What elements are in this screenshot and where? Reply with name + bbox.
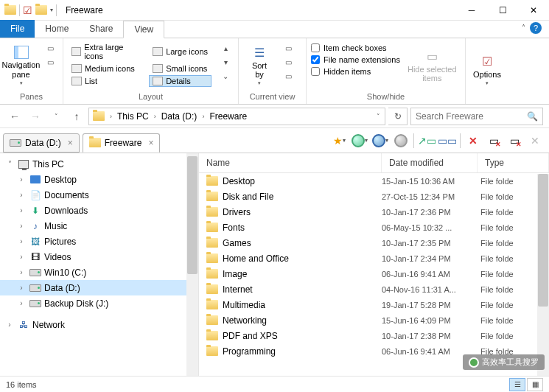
search-input[interactable]: [416, 111, 527, 122]
crumb-sep[interactable]: ›: [200, 113, 206, 120]
file-name-extensions[interactable]: File name extensions: [311, 55, 400, 65]
tree-desktop[interactable]: ›Desktop: [0, 172, 198, 187]
share-tab[interactable]: Share: [79, 20, 123, 38]
crumb-sep[interactable]: ›: [153, 113, 158, 120]
files-scrollbar[interactable]: [537, 174, 549, 376]
layout-list[interactable]: List: [68, 75, 144, 87]
file-row[interactable]: Multimedia19-Jan-17 5:28 PMFile folde: [199, 297, 549, 312]
preview-pane-button[interactable]: ▭: [42, 41, 58, 55]
scrollbar-thumb[interactable]: [187, 156, 197, 274]
globe-green-button[interactable]: ▾: [350, 131, 369, 150]
expand-icon[interactable]: ›: [16, 268, 27, 276]
tree-network[interactable]: ›🖧Network: [0, 317, 198, 332]
back-button[interactable]: ←: [6, 108, 24, 125]
navigation-pane-button[interactable]: Navigation pane ▾: [4, 41, 38, 91]
close-current-button[interactable]: ✕: [464, 131, 483, 150]
hidden-checkbox[interactable]: [311, 67, 320, 76]
tree-documents[interactable]: ›📄Documents: [0, 187, 198, 203]
qat-customize-caret[interactable]: ▾: [50, 7, 53, 13]
expand-icon[interactable]: ›: [16, 175, 27, 183]
expand-icon[interactable]: ›: [4, 321, 15, 329]
layout-medium[interactable]: Medium icons: [68, 63, 144, 74]
expand-icon[interactable]: ›: [16, 206, 27, 214]
layout-scroll-down[interactable]: ▾: [217, 55, 234, 69]
crumb-this-pc[interactable]: This PC: [115, 111, 151, 122]
file-tab[interactable]: File: [0, 20, 35, 38]
address-dropdown[interactable]: ˅: [374, 113, 383, 120]
address-bar[interactable]: › This PC › Data (D:) › Freeware ˅: [88, 108, 385, 125]
layout-details[interactable]: Details: [149, 75, 211, 87]
hidden-items[interactable]: Hidden items: [311, 66, 400, 77]
history-dropdown[interactable]: ˅: [47, 108, 65, 125]
file-row[interactable]: Drivers10-Jan-17 2:36 PMFile folde: [199, 204, 549, 220]
globe-gray-button[interactable]: [391, 131, 410, 150]
item-check-checkbox[interactable]: [311, 43, 320, 52]
tree-downloads[interactable]: ›⬇Downloads: [0, 203, 198, 218]
add-columns-button[interactable]: ▭: [280, 55, 296, 69]
close-icon[interactable]: ×: [148, 138, 153, 148]
expand-icon[interactable]: ›: [16, 222, 27, 230]
tree-music[interactable]: ›♪Music: [0, 218, 198, 234]
item-check-boxes[interactable]: Item check boxes: [311, 43, 400, 53]
globe-blue-button[interactable]: ▾: [371, 131, 390, 150]
tree-backup[interactable]: ›Backup Disk (J:): [0, 295, 198, 311]
bookmark-button[interactable]: ★▾: [329, 131, 349, 150]
crumb-data-d[interactable]: Data (D:): [159, 111, 200, 122]
details-pane-button[interactable]: ▭: [42, 55, 58, 69]
layout-expand[interactable]: ⌄: [217, 69, 234, 83]
layout-small[interactable]: Small icons: [149, 63, 211, 74]
qat-newfolder-icon[interactable]: [35, 5, 47, 15]
file-row[interactable]: Image06-Jun-16 9:41 AMFile folde: [199, 266, 549, 281]
details-view-button[interactable]: ☰: [509, 378, 525, 391]
thumbnails-view-button[interactable]: ▦: [527, 378, 543, 391]
file-row[interactable]: Internet04-Nov-16 11:31 A...File folde: [199, 281, 549, 297]
size-columns-button[interactable]: ▭: [280, 69, 296, 83]
view-tab[interactable]: View: [123, 21, 164, 38]
close-button[interactable]: ✕: [518, 0, 549, 21]
clover-tab-freeware[interactable]: Freeware ×: [83, 133, 161, 153]
tree-win10[interactable]: ›Win10 (C:): [0, 265, 198, 280]
file-row[interactable]: Disk and File27-Oct-15 12:34 PMFile fold…: [199, 189, 549, 204]
help-button[interactable]: ?: [530, 22, 542, 34]
forward-button[interactable]: →: [27, 108, 44, 125]
tree-scrollbar[interactable]: [186, 153, 198, 376]
expand-icon[interactable]: ›: [16, 253, 27, 261]
group-by-button[interactable]: ▭: [280, 41, 296, 55]
up-button[interactable]: ↑: [68, 108, 85, 125]
column-type[interactable]: Type: [478, 153, 549, 172]
minimize-button[interactable]: ─: [456, 0, 487, 21]
close-right-button[interactable]: ▭✕: [505, 131, 524, 150]
crumb-freeware[interactable]: Freeware: [207, 111, 249, 122]
expand-icon[interactable]: ›: [16, 299, 27, 307]
close-icon[interactable]: ×: [68, 138, 73, 148]
tree-videos[interactable]: ›🎞Videos: [0, 249, 198, 265]
file-ext-checkbox[interactable]: [311, 55, 320, 64]
sort-by-button[interactable]: ☰ Sort by ▾: [243, 41, 276, 91]
file-row[interactable]: PDF and XPS10-Jan-17 2:38 PMFile folde: [199, 328, 549, 343]
scrollbar-thumb[interactable]: [538, 174, 548, 307]
home-tab[interactable]: Home: [35, 20, 79, 38]
file-row[interactable]: Desktop15-Jan-15 10:36 AMFile folde: [199, 173, 549, 189]
file-row[interactable]: Games10-Jan-17 2:35 PMFile folde: [199, 235, 549, 251]
column-name[interactable]: Name: [199, 153, 382, 172]
reopen-tab-button[interactable]: ↗▭: [417, 131, 436, 150]
file-row[interactable]: Fonts06-May-15 10:32 ...File folde: [199, 220, 549, 235]
qat-properties-icon[interactable]: ☑: [23, 4, 32, 16]
tree-pictures[interactable]: ›🖼Pictures: [0, 234, 198, 249]
layout-large[interactable]: Large icons: [149, 41, 211, 62]
tree-data-d[interactable]: ›Data (D:): [0, 280, 198, 295]
layout-scroll-up[interactable]: ▴: [217, 41, 234, 55]
expand-icon[interactable]: ›: [16, 284, 27, 292]
search-box[interactable]: 🔍: [410, 108, 543, 125]
file-row[interactable]: Networking15-Jun-16 4:09 PMFile folde: [199, 312, 549, 328]
close-others-button[interactable]: ▭✕: [484, 131, 503, 150]
expand-icon[interactable]: ˅: [4, 160, 15, 168]
options-button[interactable]: ☑ Options ▾: [470, 41, 504, 99]
expand-icon[interactable]: ›: [16, 191, 27, 199]
clover-tab-data[interactable]: Data (D:) ×: [3, 133, 80, 153]
refresh-button[interactable]: ↻: [388, 108, 408, 125]
layout-extra-large[interactable]: Extra large icons: [68, 41, 144, 62]
ribbon-collapse-caret[interactable]: ˄: [522, 24, 525, 32]
crumb-sep[interactable]: ›: [108, 113, 113, 120]
expand-icon[interactable]: ›: [16, 237, 27, 245]
